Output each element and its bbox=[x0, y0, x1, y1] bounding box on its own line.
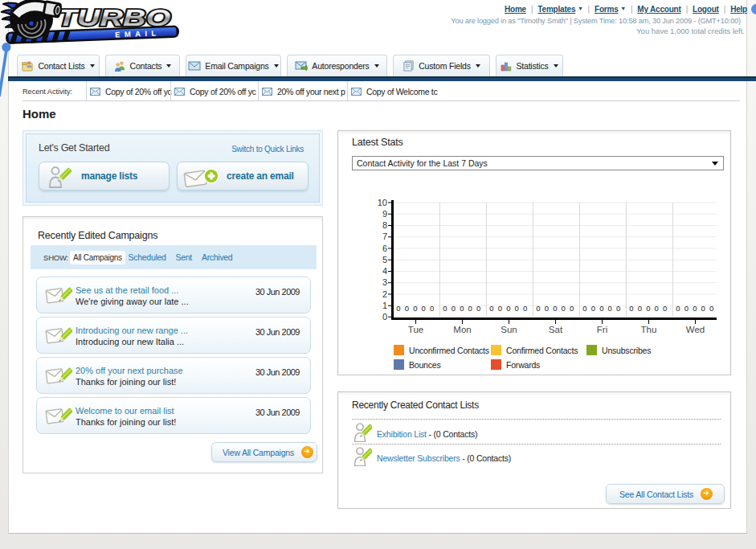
svg-text:0: 0 bbox=[489, 304, 493, 313]
svg-text:Sat: Sat bbox=[549, 325, 563, 334]
svg-text:0: 0 bbox=[608, 304, 612, 313]
svg-text:0: 0 bbox=[498, 304, 502, 313]
svg-text:Unconfirmed Contacts: Unconfirmed Contacts bbox=[409, 346, 489, 355]
svg-text:0: 0 bbox=[553, 304, 557, 313]
svg-text:0: 0 bbox=[646, 304, 650, 313]
svg-text:0: 0 bbox=[460, 304, 464, 313]
svg-text:8: 8 bbox=[382, 220, 387, 230]
svg-text:10: 10 bbox=[378, 198, 387, 207]
svg-text:0: 0 bbox=[413, 304, 417, 313]
svg-text:Unsubscribes: Unsubscribes bbox=[602, 346, 651, 355]
svg-text:0: 0 bbox=[616, 304, 620, 313]
svg-text:0: 0 bbox=[422, 304, 426, 313]
svg-text:0: 0 bbox=[638, 304, 642, 313]
svg-text:0: 0 bbox=[655, 304, 659, 313]
svg-text:0: 0 bbox=[443, 304, 447, 313]
svg-text:0: 0 bbox=[701, 304, 705, 313]
svg-text:0: 0 bbox=[570, 304, 574, 313]
svg-text:Forwards: Forwards bbox=[506, 360, 540, 370]
svg-text:0: 0 bbox=[545, 304, 549, 313]
svg-text:3: 3 bbox=[382, 277, 387, 287]
svg-text:6: 6 bbox=[382, 244, 387, 253]
svg-text:Tue: Tue bbox=[408, 325, 423, 334]
svg-text:0: 0 bbox=[405, 304, 409, 313]
svg-text:0: 0 bbox=[591, 304, 595, 313]
svg-text:0: 0 bbox=[629, 304, 633, 313]
svg-text:0: 0 bbox=[693, 304, 697, 313]
svg-text:9: 9 bbox=[382, 209, 387, 219]
svg-text:Confirmed Contacts: Confirmed Contacts bbox=[506, 346, 578, 355]
svg-text:0: 0 bbox=[430, 304, 434, 313]
svg-text:0: 0 bbox=[523, 304, 527, 313]
svg-text:0: 0 bbox=[684, 304, 689, 313]
svg-text:Wed: Wed bbox=[686, 325, 705, 334]
svg-text:1: 1 bbox=[382, 301, 387, 310]
svg-text:5: 5 bbox=[382, 255, 387, 264]
svg-text:Sun: Sun bbox=[501, 325, 517, 334]
svg-text:0: 0 bbox=[382, 312, 387, 322]
svg-text:Bounces: Bounces bbox=[409, 360, 440, 370]
svg-text:0: 0 bbox=[468, 304, 472, 313]
svg-text:4: 4 bbox=[382, 266, 387, 276]
svg-text:0: 0 bbox=[599, 304, 603, 313]
svg-text:Thu: Thu bbox=[641, 325, 657, 334]
svg-text:7: 7 bbox=[382, 231, 387, 241]
svg-text:Mon: Mon bbox=[453, 325, 471, 334]
svg-text:2: 2 bbox=[382, 289, 387, 299]
svg-text:0: 0 bbox=[506, 304, 510, 313]
svg-text:0: 0 bbox=[582, 304, 586, 313]
svg-text:0: 0 bbox=[476, 304, 480, 313]
svg-text:0: 0 bbox=[536, 304, 540, 313]
svg-text:0: 0 bbox=[709, 304, 713, 313]
svg-text:0: 0 bbox=[562, 304, 566, 313]
svg-text:0: 0 bbox=[396, 304, 400, 313]
svg-text:TURBO: TURBO bbox=[58, 4, 171, 31]
svg-text:0: 0 bbox=[452, 304, 456, 313]
svg-text:0: 0 bbox=[676, 304, 680, 313]
svg-text:0: 0 bbox=[515, 304, 519, 313]
svg-text:Fri: Fri bbox=[597, 325, 607, 334]
svg-text:0: 0 bbox=[663, 304, 667, 313]
